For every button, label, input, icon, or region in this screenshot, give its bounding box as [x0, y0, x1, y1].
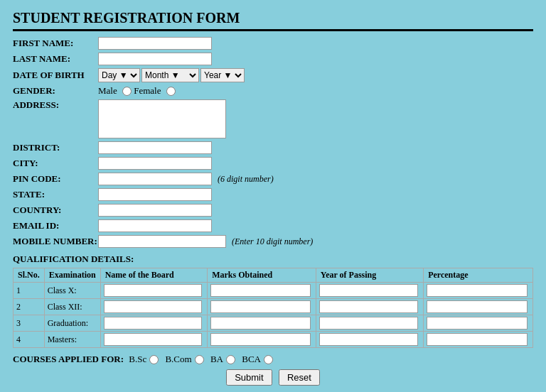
- table-header-row: Sl.No. Examination Name of the Board Mar…: [14, 268, 533, 283]
- marks-input-0[interactable]: [210, 284, 311, 297]
- cell-marks: [208, 332, 316, 348]
- first-name-row: FIRST NAME:: [13, 37, 533, 50]
- first-name-label: FIRST NAME:: [13, 38, 98, 49]
- marks-input-3[interactable]: [210, 333, 311, 346]
- district-row: DISTRICT:: [13, 141, 533, 154]
- cell-slno: 4: [14, 332, 45, 348]
- cell-marks: [208, 283, 316, 299]
- address-label: ADDRESS:: [13, 99, 98, 111]
- qualification-section-title: QUALIFICATION DETAILS:: [13, 254, 533, 265]
- bsc-label: B.Sc: [129, 354, 146, 365]
- board-input-0[interactable]: [104, 284, 203, 297]
- cell-pct: [424, 299, 533, 315]
- email-input[interactable]: [98, 219, 212, 232]
- cell-slno: 2: [14, 299, 45, 315]
- mobile-label: MOBILE NUMBER:: [13, 236, 98, 247]
- cell-year: [316, 332, 423, 348]
- last-name-label: LAST NAME:: [13, 53, 98, 65]
- pct-input-0[interactable]: [427, 284, 528, 297]
- dob-month-select[interactable]: Month ▼ JanuaryFebruaryMarch AprilMayJun…: [141, 68, 199, 82]
- country-row: COUNTRY:: [13, 204, 533, 217]
- dob-year-select[interactable]: Year ▼ for(let y=2024;y>=1950;y--) docum…: [200, 68, 245, 82]
- state-row: STATE:: [13, 188, 533, 201]
- cell-year: [316, 299, 423, 315]
- col-marks: Marks Obtained: [208, 268, 316, 283]
- cell-year: [316, 315, 423, 332]
- col-year: Year of Passing: [316, 268, 423, 283]
- city-input[interactable]: [98, 157, 212, 170]
- pincode-hint: (6 digit number): [218, 174, 274, 185]
- pct-input-3[interactable]: [427, 333, 528, 346]
- cell-pct: [424, 283, 533, 299]
- dob-day-select[interactable]: Day ▼ for(let i=1;i<=31;i++) document.wr…: [98, 68, 140, 82]
- gender-options: Male Female: [98, 85, 176, 97]
- marks-input-2[interactable]: [210, 317, 311, 330]
- col-pct: Percentage: [424, 268, 533, 283]
- male-label: Male: [98, 85, 117, 97]
- address-row: ADDRESS:: [13, 99, 533, 138]
- year-input-1[interactable]: [319, 300, 419, 313]
- board-input-3[interactable]: [104, 333, 203, 346]
- first-name-input[interactable]: [98, 37, 212, 50]
- last-name-row: LAST NAME:: [13, 53, 533, 65]
- board-input-1[interactable]: [104, 300, 203, 313]
- cell-board: [100, 283, 207, 299]
- pct-input-1[interactable]: [427, 300, 528, 313]
- cell-pct: [424, 315, 533, 332]
- address-textarea[interactable]: [98, 99, 226, 138]
- board-input-2[interactable]: [104, 317, 203, 330]
- bca-label: BCA: [242, 354, 261, 365]
- cell-marks: [208, 315, 316, 332]
- col-board: Name of the Board: [100, 268, 207, 283]
- country-label: COUNTRY:: [13, 205, 98, 216]
- cell-board: [100, 315, 207, 332]
- form-container: STUDENT REGISTRATION FORM FIRST NAME: LA…: [6, 6, 540, 390]
- col-exam: Examination: [44, 268, 100, 283]
- course-bcom-radio[interactable]: [195, 355, 204, 364]
- pct-input-2[interactable]: [427, 317, 528, 330]
- submit-row: Submit Reset: [13, 369, 533, 386]
- col-slno: Sl.No.: [14, 268, 45, 283]
- state-input[interactable]: [98, 188, 212, 201]
- qualification-table: Sl.No. Examination Name of the Board Mar…: [13, 268, 533, 348]
- year-input-0[interactable]: [319, 284, 419, 297]
- gender-male-radio[interactable]: [122, 87, 132, 96]
- table-row: 4 Masters:: [14, 332, 533, 348]
- gender-female-radio[interactable]: [166, 87, 176, 96]
- state-label: STATE:: [13, 189, 98, 200]
- mobile-input[interactable]: [98, 235, 226, 248]
- table-row: 2 Class XII:: [14, 299, 533, 315]
- year-input-2[interactable]: [319, 317, 419, 330]
- country-input[interactable]: [98, 204, 212, 217]
- cell-board: [100, 332, 207, 348]
- city-row: CITY:: [13, 157, 533, 170]
- dob-label: DATE OF BIRTH: [13, 70, 98, 81]
- courses-row: COURSES APPLIED FOR: B.Sc B.Com BA BCA: [13, 354, 533, 365]
- cell-year: [316, 283, 423, 299]
- marks-input-1[interactable]: [210, 300, 311, 313]
- course-bsc-radio[interactable]: [149, 355, 159, 364]
- last-name-input[interactable]: [98, 53, 212, 65]
- cell-board: [100, 299, 207, 315]
- reset-button[interactable]: Reset: [279, 369, 320, 386]
- district-label: DISTRICT:: [13, 142, 98, 153]
- submit-button[interactable]: Submit: [226, 369, 272, 386]
- course-bca-radio[interactable]: [264, 355, 273, 364]
- cell-slno: 3: [14, 315, 45, 332]
- pincode-input[interactable]: [98, 173, 212, 185]
- pincode-label: PIN CODE:: [13, 173, 98, 185]
- cell-exam: Class X:: [44, 283, 100, 299]
- dob-row: DATE OF BIRTH Day ▼ for(let i=1;i<=31;i+…: [13, 68, 533, 82]
- cell-pct: [424, 332, 533, 348]
- mobile-row: MOBILE NUMBER: (Enter 10 digit number): [13, 235, 533, 248]
- ba-label: BA: [210, 354, 223, 365]
- courses-label: COURSES APPLIED FOR:: [13, 354, 124, 365]
- course-ba-radio[interactable]: [226, 355, 235, 364]
- table-row: 3 Graduation:: [14, 315, 533, 332]
- year-input-3[interactable]: [319, 333, 419, 346]
- district-input[interactable]: [98, 141, 212, 154]
- form-title: STUDENT REGISTRATION FORM: [13, 10, 533, 31]
- table-row: 1 Class X:: [14, 283, 533, 299]
- cell-exam: Graduation:: [44, 315, 100, 332]
- cell-slno: 1: [14, 283, 45, 299]
